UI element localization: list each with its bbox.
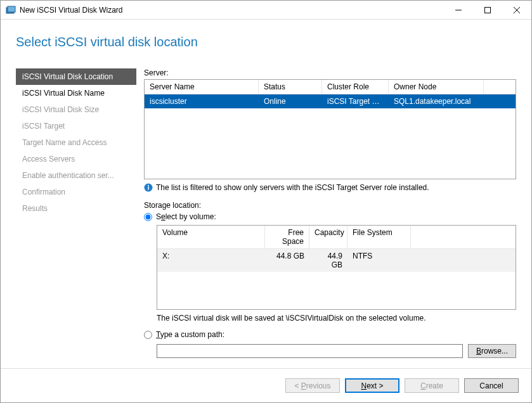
cell-owner-node: SQL1.datakeeper.local	[389, 94, 484, 108]
server-label: Server:	[144, 68, 516, 77]
cell-server-name: iscsicluster	[145, 94, 259, 108]
cell-status: Online	[259, 94, 322, 108]
cell-cluster-role: iSCSI Target Se...	[322, 94, 389, 108]
maximize-button[interactable]	[473, 1, 502, 20]
col-free[interactable]: Free Space	[265, 226, 309, 248]
step-target: iSCSI Target	[16, 118, 136, 134]
volume-table[interactable]: Volume Free Space Capacity File System X…	[157, 225, 516, 310]
step-results: Results	[16, 200, 136, 217]
custom-path-input	[157, 344, 463, 358]
col-owner-node[interactable]: Owner Node	[389, 80, 484, 94]
step-auth: Enable authentication ser...	[16, 167, 136, 184]
col-capacity[interactable]: Capacity	[309, 226, 347, 248]
browse-button[interactable]: Browse...	[468, 344, 516, 358]
wizard-steps: iSCSI Virtual Disk Location iSCSI Virtua…	[16, 68, 136, 368]
step-access: Access Servers	[16, 151, 136, 167]
radio-custom-path[interactable]	[144, 331, 152, 339]
svg-rect-1	[8, 6, 15, 12]
step-confirm: Confirmation	[16, 184, 136, 200]
step-size: iSCSI Virtual Disk Size	[16, 101, 136, 118]
create-button: Create	[405, 378, 459, 393]
col-cluster-role[interactable]: Cluster Role	[322, 80, 389, 94]
page-title: Select iSCSI virtual disk location	[16, 35, 516, 49]
server-table-header: Server Name Status Cluster Role Owner No…	[145, 80, 516, 94]
cell-free: 44.8 GB	[265, 249, 309, 272]
step-target-name: Target Name and Access	[16, 134, 136, 151]
volume-row[interactable]: X: 44.8 GB 44.9 GB NTFS	[157, 249, 516, 272]
minimize-button[interactable]	[444, 1, 473, 20]
wizard-icon	[6, 5, 16, 15]
close-button[interactable]	[502, 1, 531, 20]
col-fs[interactable]: File System	[347, 226, 411, 248]
storage-label: Storage location:	[144, 201, 516, 210]
col-volume[interactable]: Volume	[157, 226, 265, 248]
info-line: The list is filtered to show only server…	[144, 183, 516, 192]
save-path-note: The iSCSI virtual disk will be saved at …	[157, 314, 516, 323]
svg-rect-7	[148, 187, 149, 190]
window-title: New iSCSI Virtual Disk Wizard	[20, 6, 444, 15]
step-location[interactable]: iSCSI Virtual Disk Location	[16, 68, 136, 85]
cell-fs: NTFS	[347, 249, 411, 272]
next-button[interactable]: Next >	[345, 378, 399, 393]
server-row[interactable]: iscsicluster Online iSCSI Target Se... S…	[145, 94, 516, 108]
cell-volume: X:	[157, 249, 265, 272]
cancel-button[interactable]: Cancel	[464, 378, 519, 393]
custom-path-label: Type a custom path:	[156, 330, 224, 339]
svg-point-8	[148, 185, 149, 186]
select-by-volume-label: Select by volume:	[156, 212, 216, 221]
info-icon	[144, 183, 153, 192]
previous-button: < Previous	[285, 378, 340, 393]
radio-select-by-volume[interactable]	[144, 213, 152, 221]
wizard-footer: < Previous Next > Create Cancel	[1, 368, 531, 402]
svg-rect-3	[485, 7, 491, 13]
step-name[interactable]: iSCSI Virtual Disk Name	[16, 85, 136, 101]
col-server-name[interactable]: Server Name	[145, 80, 259, 94]
col-status[interactable]: Status	[259, 80, 322, 94]
cell-capacity: 44.9 GB	[309, 249, 347, 272]
titlebar: New iSCSI Virtual Disk Wizard	[1, 1, 531, 20]
server-table[interactable]: Server Name Status Cluster Role Owner No…	[144, 79, 516, 179]
info-text: The list is filtered to show only server…	[156, 183, 429, 192]
volume-table-header: Volume Free Space Capacity File System	[157, 226, 516, 249]
